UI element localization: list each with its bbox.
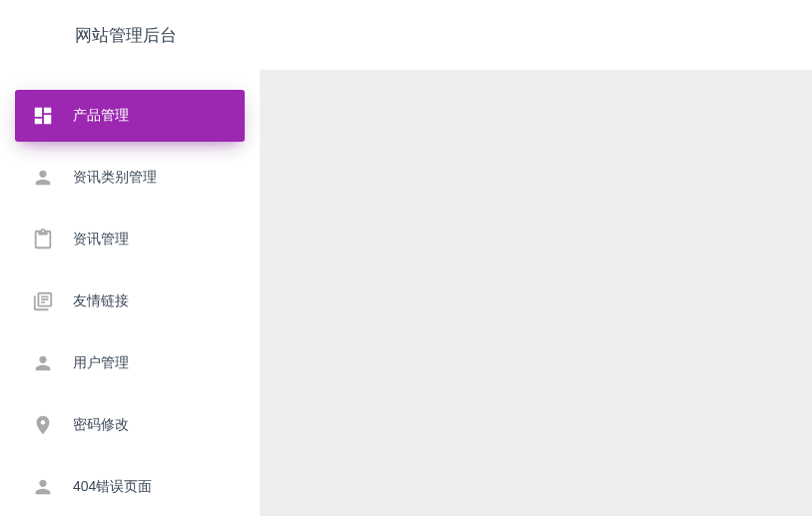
sidebar-item-users[interactable]: 用户管理 [15,337,245,389]
sidebar-item-label: 友情链接 [73,292,129,310]
sidebar-item-news-category[interactable]: 资讯类别管理 [15,152,245,204]
sidebar-item-news[interactable]: 资讯管理 [15,214,245,265]
sidebar-item-password[interactable]: 密码修改 [15,399,245,451]
person-icon [31,166,55,190]
sidebar-item-links[interactable]: 友情链接 [15,275,245,327]
sidebar-item-label: 用户管理 [73,354,129,372]
location-icon [31,413,55,437]
sidebar: 网站管理后台 产品管理 资讯类别管理 资讯管理 友情链接 [0,0,260,516]
main-content [260,70,812,516]
sidebar-title: 网站管理后台 [0,0,260,67]
person-icon [31,351,55,375]
dashboard-icon [31,104,55,128]
sidebar-item-products[interactable]: 产品管理 [15,90,245,142]
clipboard-icon [31,228,55,252]
sidebar-item-404[interactable]: 404错误页面 [15,461,245,513]
sidebar-item-label: 资讯类别管理 [73,169,157,187]
sidebar-item-label: 404错误页面 [73,478,152,496]
library-icon [31,289,55,313]
sidebar-nav: 产品管理 资讯类别管理 资讯管理 友情链接 用户管理 [0,67,260,516]
sidebar-item-label: 资讯管理 [73,231,129,249]
top-bar [260,0,812,70]
person-icon [31,475,55,499]
sidebar-item-label: 密码修改 [73,416,129,434]
sidebar-item-label: 产品管理 [73,107,129,125]
